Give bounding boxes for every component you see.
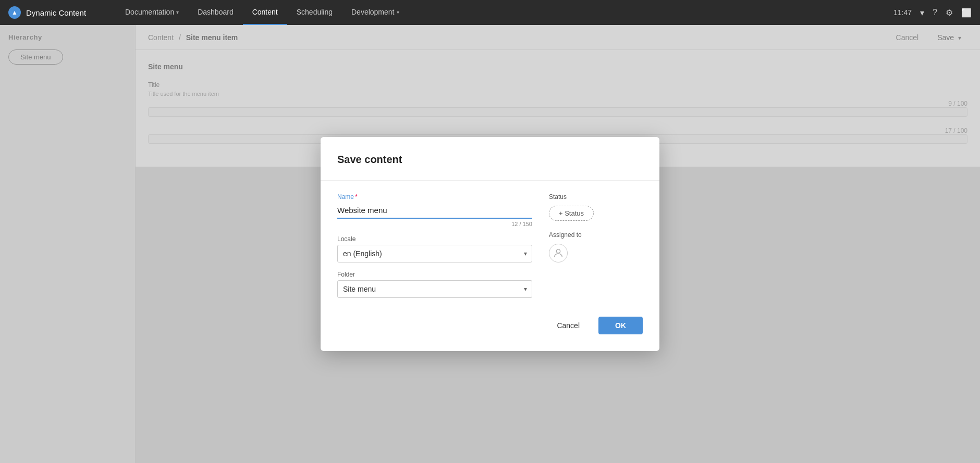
nav-item-scheduling[interactable]: Scheduling (287, 0, 342, 25)
settings-icon[interactable]: ⚙ (946, 8, 953, 18)
nav-label-dashboard: Dashboard (198, 8, 234, 16)
modal-body: Name * 12 / 150 Locale en (English) fr (… (337, 193, 643, 298)
name-required-marker: * (355, 193, 358, 201)
locale-label: Locale (337, 235, 532, 243)
modal-divider (321, 180, 659, 181)
status-label: Status (549, 193, 643, 201)
modal-footer: Cancel OK (337, 317, 643, 334)
modal-right-column: Status + Status Assigned to (549, 193, 643, 298)
brand-name: Dynamic Content (26, 8, 86, 17)
locale-select[interactable]: en (English) fr (French) de (German) (337, 245, 532, 262)
modal-left-column: Name * 12 / 150 Locale en (English) fr (… (337, 193, 532, 298)
nav-item-dashboard[interactable]: Dashboard (188, 0, 243, 25)
folder-wrap: Folder Site menu Main menu Footer menu ▾ (337, 271, 532, 298)
topbar-right: 11:47 ▾ ? ⚙ ⬜ (885, 8, 980, 18)
dropdown-chevron-icon[interactable]: ▾ (920, 8, 924, 18)
name-field-label: Name * (337, 193, 532, 201)
folder-label: Folder (337, 271, 532, 278)
modal-overlay: Save content Name * 12 / 150 Locale (0, 25, 980, 463)
clock: 11:47 (893, 8, 912, 17)
locale-wrap: Locale en (English) fr (French) de (Germ… (337, 235, 532, 262)
nav-label-scheduling: Scheduling (297, 8, 333, 16)
svg-point-0 (556, 249, 560, 253)
top-nav: Documentation ▾ Dashboard Content Schedu… (116, 0, 885, 25)
app-body: Hierarchy Site menu Content / Site menu … (0, 25, 980, 463)
folder-select[interactable]: Site menu Main menu Footer menu (337, 280, 532, 298)
brand-area: ▲ Dynamic Content (0, 6, 116, 19)
help-icon[interactable]: ? (933, 8, 937, 17)
nav-chevron-documentation: ▾ (176, 9, 179, 15)
nav-item-development[interactable]: Development ▾ (342, 0, 409, 25)
modal-title: Save content (337, 154, 643, 166)
nav-item-content[interactable]: Content (243, 0, 287, 25)
add-status-button[interactable]: + Status (549, 206, 594, 221)
name-label-text: Name (337, 193, 354, 201)
brand-icon: ▲ (8, 6, 21, 19)
nav-label-documentation: Documentation (125, 8, 174, 16)
nav-item-documentation[interactable]: Documentation ▾ (116, 0, 188, 25)
save-content-modal: Save content Name * 12 / 150 Locale (321, 137, 659, 351)
nav-label-development: Development (351, 8, 395, 16)
nav-chevron-development: ▾ (397, 9, 399, 15)
nav-label-content: Content (252, 8, 278, 16)
assigned-label: Assigned to (549, 231, 643, 239)
name-counter: 12 / 150 (337, 221, 532, 227)
avatar (549, 244, 568, 262)
window-icon[interactable]: ⬜ (961, 8, 972, 18)
modal-cancel-button[interactable]: Cancel (544, 317, 592, 334)
modal-ok-button[interactable]: OK (598, 317, 643, 334)
topbar: ▲ Dynamic Content Documentation ▾ Dashbo… (0, 0, 980, 25)
name-input[interactable] (337, 203, 532, 219)
